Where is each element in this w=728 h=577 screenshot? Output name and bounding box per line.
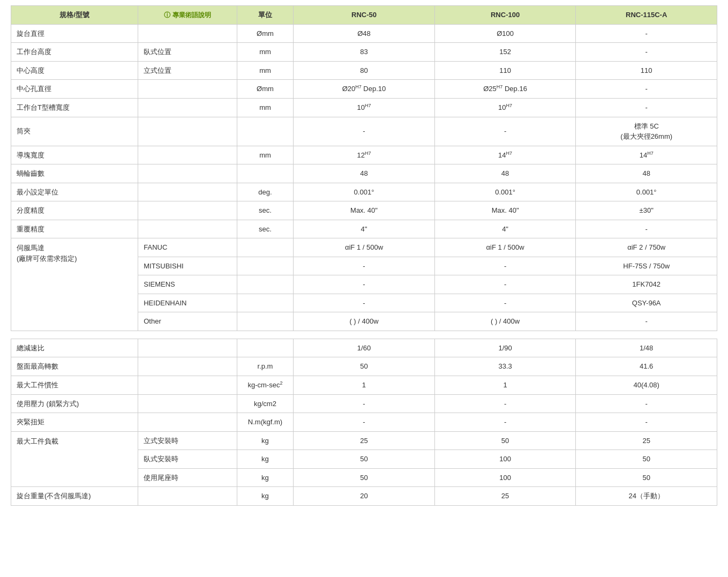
spec-rnc115: 24（手動） xyxy=(576,487,717,506)
spec-rnc115: 1FK7042 xyxy=(576,275,717,294)
spec-label: 重覆精度 xyxy=(11,220,138,238)
spec-rnc100: 33.3 xyxy=(434,357,576,376)
table-row: 蝸輪齒數 48 48 48 xyxy=(11,164,717,183)
spec-rnc100: αiF 1 / 500w xyxy=(434,238,576,257)
col-rnc50: RNC-50 xyxy=(294,6,435,25)
spec-sublabel: HEIDENHAIN xyxy=(138,294,237,312)
spec-rnc50: 48 xyxy=(294,164,435,183)
spec-rnc115: 14H7 xyxy=(576,146,717,164)
spec-unit: mm xyxy=(237,61,293,80)
spec-sublabel xyxy=(138,357,237,376)
spec-rnc115: 25 xyxy=(576,431,717,450)
spec-rnc100: - xyxy=(434,394,576,413)
spec-rnc50: 10H7 xyxy=(294,98,435,117)
spec-unit: kg xyxy=(237,431,293,450)
spec-rnc50: 1/60 xyxy=(294,339,435,357)
spec-sublabel xyxy=(138,376,237,394)
spec-rnc100: - xyxy=(434,117,576,146)
spec-unit xyxy=(237,238,293,257)
table-row: 最小設定單位 deg. 0.001° 0.001° 0.001° xyxy=(11,183,717,201)
spec-sublabel xyxy=(138,201,237,220)
spec-rnc100: - xyxy=(434,275,576,294)
spec-unit xyxy=(237,294,293,312)
spec-rnc115: 50 xyxy=(576,468,717,487)
spec-rnc100: 152 xyxy=(434,43,576,62)
spec-rnc100: 48 xyxy=(434,164,576,183)
spec-rnc50: 50 xyxy=(294,468,435,487)
spec-unit: mm xyxy=(237,43,293,62)
table-row: 盤面最高轉數 r.p.m 50 33.3 41.6 xyxy=(11,357,717,376)
spec-rnc100: Ø100 xyxy=(434,24,576,43)
spec-rnc115: - xyxy=(576,220,717,238)
spec-rnc50: Max. 40" xyxy=(294,201,435,220)
col-rnc100: RNC-100 xyxy=(434,6,576,25)
spec-unit: kg/cm2 xyxy=(237,394,293,413)
spec-rnc100: ( ) / 400w xyxy=(434,312,576,331)
table-row: 導塊寬度 mm 12H7 14H7 14H7 xyxy=(11,146,717,164)
spec-rnc50: 12H7 xyxy=(294,146,435,164)
table-row: 最大工件慣性 kg-cm-sec2 1 1 40(4.08) xyxy=(11,376,717,394)
spec-label: 旋台直徑 xyxy=(11,24,138,43)
spec-rnc50: - xyxy=(294,394,435,413)
table-row: 夾緊扭矩 N.m(kgf.m) - - - xyxy=(11,413,717,432)
spec-unit xyxy=(237,164,293,183)
spec-label: 中心孔直徑 xyxy=(11,80,138,99)
spec-rnc50: 50 xyxy=(294,357,435,376)
col-unit: 單位 xyxy=(237,6,293,25)
spec-label-load: 最大工件負載 xyxy=(11,431,138,487)
spec-unit: kg xyxy=(237,468,293,487)
spec-label: 蝸輪齒數 xyxy=(11,164,138,183)
spec-unit: r.p.m xyxy=(237,357,293,376)
spec-label: 最小設定單位 xyxy=(11,183,138,201)
spec-sublabel xyxy=(138,146,237,164)
spec-label: 工作台高度 xyxy=(11,43,138,62)
spec-unit: kg xyxy=(237,450,293,469)
spec-rnc115: - xyxy=(576,80,717,99)
table-row: 工作台高度 臥式位置 mm 83 152 - xyxy=(11,43,717,62)
spec-rnc100: - xyxy=(434,413,576,432)
table-row: 中心高度 立式位置 mm 80 110 110 xyxy=(11,61,717,80)
spec-label: 盤面最高轉數 xyxy=(11,357,138,376)
term-link[interactable]: ⓘ 專業術語說明 xyxy=(164,11,211,19)
spec-sublabel xyxy=(138,413,237,432)
spec-rnc50: 25 xyxy=(294,431,435,450)
spec-label: 總減速比 xyxy=(11,339,138,357)
spec-rnc50: ( ) / 400w xyxy=(294,312,435,331)
table-row: 使用壓力 (鎖緊方式) kg/cm2 - - - xyxy=(11,394,717,413)
spec-rnc115: - xyxy=(576,312,717,331)
col-spec: 規格/型號 xyxy=(11,6,138,25)
spec-rnc50: αiF 1 / 500w xyxy=(294,238,435,257)
spec-rnc100: Max. 40" xyxy=(434,201,576,220)
spec-rnc100: 110 xyxy=(434,61,576,80)
spec-unit: N.m(kgf.m) xyxy=(237,413,293,432)
spec-unit: sec. xyxy=(237,220,293,238)
spec-rnc115: - xyxy=(576,43,717,62)
spec-unit xyxy=(237,117,293,146)
spec-sublabel xyxy=(138,339,237,357)
spec-rnc115: 0.001° xyxy=(576,183,717,201)
col-term: ⓘ 專業術語說明 xyxy=(138,6,237,25)
spec-label: 導塊寬度 xyxy=(11,146,138,164)
spec-rnc50: Ø48 xyxy=(294,24,435,43)
spec-sublabel xyxy=(138,164,237,183)
spec-rnc115: - xyxy=(576,98,717,117)
spec-sublabel xyxy=(138,394,237,413)
info-icon: ⓘ xyxy=(164,11,172,19)
spec-label-servo: 伺服馬達(廠牌可依需求指定) xyxy=(11,238,138,331)
spec-rnc50: 0.001° xyxy=(294,183,435,201)
col-rnc115: RNC-115C-A xyxy=(576,6,717,25)
spec-rnc100: 1 xyxy=(434,376,576,394)
spec-rnc100: 50 xyxy=(434,431,576,450)
spec-rnc100: 10H7 xyxy=(434,98,576,117)
spec-sublabel: MITSUBISHI xyxy=(138,257,237,275)
separator-row xyxy=(11,331,717,339)
spec-unit: deg. xyxy=(237,183,293,201)
spec-sublabel: 使用尾座時 xyxy=(138,468,237,487)
spec-unit: Ømm xyxy=(237,80,293,99)
table-row: 最大工件負載 立式安裝時 kg 25 50 25 xyxy=(11,431,717,450)
spec-unit xyxy=(237,257,293,275)
spec-rnc50: - xyxy=(294,413,435,432)
spec-rnc50: Ø20H7 Dep.10 xyxy=(294,80,435,99)
spec-rnc115: - xyxy=(576,24,717,43)
table-row: 分度精度 sec. Max. 40" Max. 40" ±30" xyxy=(11,201,717,220)
